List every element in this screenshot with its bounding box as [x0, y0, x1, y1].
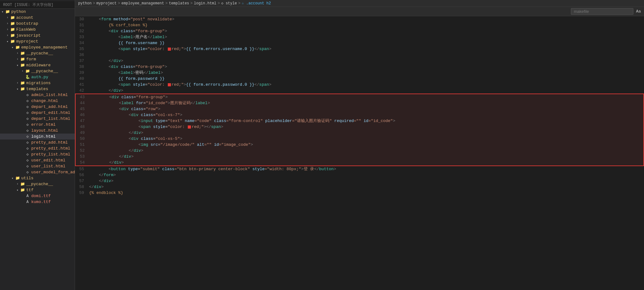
- line-content: <div class="form-group">: [89, 28, 167, 34]
- tree-item-bootstrap[interactable]: ›📁bootstrap: [0, 21, 75, 27]
- line-number: 49: [76, 130, 90, 136]
- tree-icon-folder: 📁: [20, 87, 25, 91]
- tree-item-FlaskWeb[interactable]: ›📁FlaskWeb: [0, 27, 75, 33]
- line-content: <label>密码</label>: [89, 70, 163, 76]
- line-number: 52: [76, 148, 90, 154]
- tree-label: __pycache__: [26, 182, 53, 186]
- tree-icon-html: ◇: [25, 116, 30, 121]
- file-tree: ▾📁python›📁account›📁bootstrap›📁FlaskWeb›📁…: [0, 9, 75, 205]
- tree-item-myproject[interactable]: ▾📁myproject: [0, 38, 75, 44]
- tree-icon-folder: 📁: [20, 188, 25, 192]
- tree-icon-folder: 📁: [10, 39, 15, 44]
- tree-item-depart_edit[interactable]: ◇depart_edit.html: [0, 110, 75, 116]
- tree-icon-folder: 📁: [5, 9, 10, 14]
- tree-arrow: ›: [20, 69, 25, 73]
- tree-label: ttf: [26, 188, 33, 192]
- code-line: 33 <label>用户名</label>: [75, 34, 644, 40]
- tree-item-login[interactable]: ◇login.html: [0, 134, 75, 140]
- line-number: 43: [76, 94, 90, 100]
- tree-label: FlaskWeb: [16, 27, 36, 32]
- code-line: 38 <div class="form-group">: [75, 64, 644, 70]
- tree-icon-html: ◇: [25, 110, 30, 115]
- tree-item-layout[interactable]: ◇layout.html: [0, 128, 75, 134]
- line-content: <div class="form-group">: [89, 64, 167, 70]
- tree-label: depart_list.html: [31, 116, 70, 121]
- tree-item-account[interactable]: ›📁account: [0, 15, 75, 21]
- line-content: <input type="text" name="code" class="fo…: [90, 118, 395, 124]
- tree-label: pretty_list.html: [31, 152, 70, 157]
- tree-item-__pycache__3[interactable]: ›📁__pycache__: [0, 181, 75, 187]
- code-line: 47 <input type="text" name="code" class=…: [75, 118, 644, 124]
- tree-label: utils: [21, 176, 33, 181]
- tree-label: error.html: [31, 122, 56, 127]
- tree-label: myproject: [16, 39, 38, 44]
- line-number: 55: [75, 166, 89, 172]
- sidebar: ROOT [ISSUE: 不大字分段] ▾📁python›📁account›📁b…: [0, 0, 75, 290]
- tree-icon-folder: 📁: [20, 182, 25, 186]
- line-content: <label for="id_code">图片验证码</label>: [90, 100, 210, 106]
- tree-item-user_model_form_add[interactable]: ◇user_model_form_add.html: [0, 169, 75, 175]
- breadcrumb-part: python: [78, 1, 92, 6]
- root-issue-label: ROOT [ISSUE: 不大字分段]: [3, 3, 53, 7]
- code-line: 54 </div>: [75, 160, 644, 166]
- tree-item-error[interactable]: ◇error.html: [0, 122, 75, 128]
- breadcrumb-part: ◇ style: [221, 1, 237, 6]
- line-content: </form>: [89, 172, 116, 178]
- tree-label: __pycache__: [26, 51, 53, 56]
- breadcrumb-part: >: [190, 1, 192, 6]
- tree-item-templates[interactable]: ▾📁templates: [0, 86, 75, 92]
- tree-item-ttf[interactable]: ▾📁ttf: [0, 187, 75, 193]
- tree-item-kumo_ttf[interactable]: Akumo.ttf: [0, 199, 75, 205]
- tree-item-depart_add[interactable]: ◇depart_add.html: [0, 104, 75, 110]
- tree-item-pretty_edit[interactable]: ◇pretty_edit.html: [0, 145, 75, 151]
- line-number: 53: [76, 154, 90, 160]
- tree-arrow: ▾: [15, 188, 20, 192]
- tree-arrow: ▾: [10, 176, 15, 180]
- tree-item-pretty_list[interactable]: ◇pretty_list.html: [0, 151, 75, 157]
- line-content: </div>: [90, 154, 133, 160]
- tree-arrow: ▾: [10, 46, 15, 49]
- line-content: </div>: [89, 184, 104, 190]
- tree-item-auth_py[interactable]: 🐍auth.py: [0, 74, 75, 80]
- line-content: <span style="color: red;">{{ form.errors…: [89, 46, 272, 52]
- code-line: 59{% endblock %}: [75, 190, 644, 196]
- tree-item-employee_management[interactable]: ▾📁employee_management: [0, 44, 75, 50]
- tree-label: __pycache__: [31, 69, 58, 74]
- tree-item-admin_list[interactable]: ◇admin_list.html: [0, 92, 75, 98]
- code-line: 49 </div>: [75, 130, 644, 136]
- line-number: 50: [76, 136, 90, 142]
- tree-item-python[interactable]: ▾📁python: [0, 9, 75, 15]
- tree-item-depart_list[interactable]: ◇depart_list.html: [0, 116, 75, 122]
- tree-arrow: ▾: [5, 40, 10, 43]
- tree-item-__pycache__1[interactable]: ›📁__pycache__: [0, 50, 75, 56]
- tree-item-__pycache__2[interactable]: ›📁__pycache__: [0, 68, 75, 74]
- breadcrumb-part: templates: [169, 1, 189, 6]
- tree-item-change[interactable]: ◇change.html: [0, 98, 75, 104]
- tree-item-pretty_add[interactable]: ◇pretty_add.html: [0, 140, 75, 145]
- tree-item-migrations[interactable]: ›📁migrations: [0, 80, 75, 86]
- tree-label: python: [11, 9, 26, 14]
- tree-label: pretty_add.html: [31, 140, 68, 145]
- tree-item-form[interactable]: ›📁form: [0, 56, 75, 62]
- tree-icon-html: ◇: [25, 99, 30, 103]
- code-editor[interactable]: 30 <form method="post" novalidate>31 {% …: [75, 16, 644, 290]
- tree-label: form: [26, 57, 36, 62]
- tree-label: auth.py: [31, 75, 48, 79]
- tree-icon-folder: 📁: [15, 45, 20, 50]
- line-number: 37: [75, 58, 89, 64]
- tree-label: layout.html: [31, 128, 58, 133]
- tree-item-user_edit[interactable]: ◇user_edit.html: [0, 157, 75, 163]
- tree-item-domi_ttf[interactable]: Adomi.ttf: [0, 193, 75, 199]
- code-line: 41 <span style="color: red;">{{ form.err…: [75, 82, 644, 88]
- tree-item-middleware[interactable]: ▾📁middleware: [0, 62, 75, 68]
- line-content: <span style="color: red;"></span>: [90, 124, 223, 130]
- tree-label: middleware: [26, 63, 51, 68]
- code-line: 39 <label>密码</label>: [75, 70, 644, 76]
- line-number: 44: [76, 100, 90, 106]
- tree-item-user_list[interactable]: ◇user_list.html: [0, 163, 75, 169]
- search-input[interactable]: [571, 8, 633, 15]
- tree-item-javascript[interactable]: ›📁javascript: [0, 33, 75, 38]
- tree-item-utils[interactable]: ▾📁utils: [0, 175, 75, 181]
- line-content: <div class="col-xs-7">: [90, 112, 182, 118]
- line-number: 33: [75, 34, 89, 40]
